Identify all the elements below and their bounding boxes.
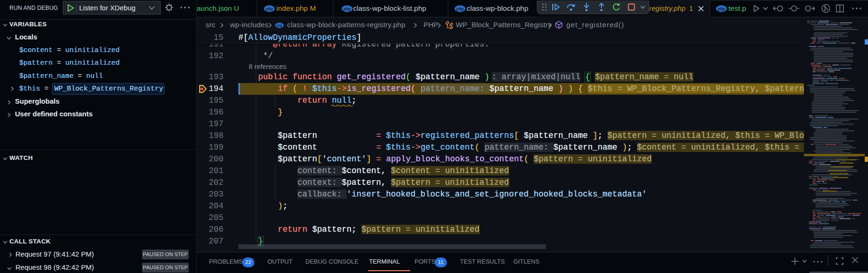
svg-text:php: php	[456, 7, 464, 11]
svg-text:php: php	[343, 7, 351, 11]
svg-text:php: php	[717, 7, 725, 11]
svg-text:php: php	[265, 7, 273, 11]
svg-text:php: php	[276, 24, 282, 28]
